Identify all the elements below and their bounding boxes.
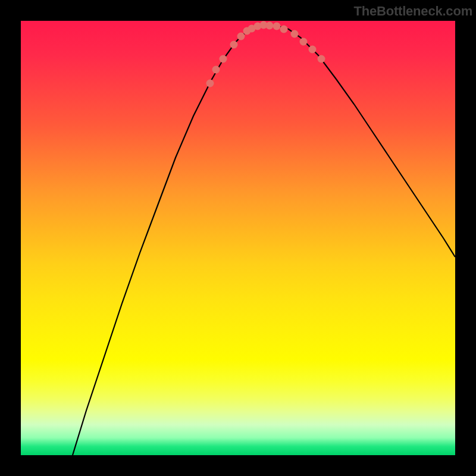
watermark-text: TheBottleneck.com (353, 4, 472, 19)
gradient-plot-area (21, 21, 455, 455)
chart-frame: TheBottleneck.com (0, 0, 476, 476)
